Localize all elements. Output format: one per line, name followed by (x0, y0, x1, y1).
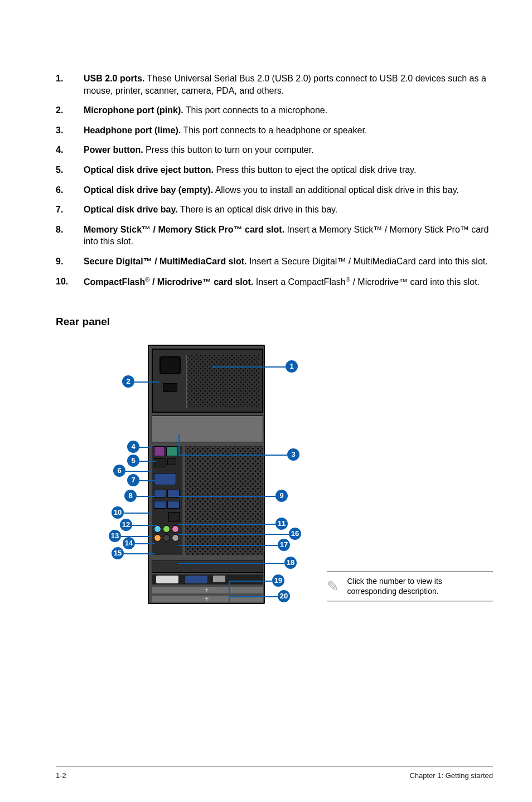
list-bold: Optical disk drive bay (empty). (84, 185, 213, 195)
leader-line (139, 480, 155, 481)
list-body: Memory Stick™ / Memory Stick Pro™ card s… (84, 224, 493, 248)
callout-bubble-8[interactable]: 8 (124, 490, 137, 502)
list-rest: There is an optical disk drive in this b… (178, 205, 338, 214)
pen-icon: ✎ (327, 578, 339, 595)
list-num: 6. (56, 184, 84, 196)
list-item: 6.Optical disk drive bay (empty). Allows… (56, 184, 493, 196)
callout-bubble-13[interactable]: 13 (109, 530, 121, 542)
leader-line (137, 496, 155, 497)
callout-bubble-1[interactable]: 1 (286, 360, 298, 373)
callout-bubble-2[interactable]: 2 (122, 375, 134, 388)
callout-bubble-14[interactable]: 14 (123, 537, 135, 549)
leader-line (124, 513, 152, 514)
psu-grille (186, 355, 259, 408)
list-body: Optical disk drive bay. There is an opti… (84, 204, 493, 216)
io-rail (152, 446, 182, 555)
power-inlet (159, 356, 181, 374)
audio-jack (154, 525, 161, 533)
callout-bubble-16[interactable]: 16 (289, 528, 301, 540)
list-body: Headphone port (lime). This port connect… (84, 124, 493, 137)
list-item: 8.Memory Stick™ / Memory Stick Pro™ card… (56, 224, 493, 248)
list-body: Power button. Press this button to turn … (84, 144, 493, 156)
list-rest: This port connects to a headphone or spe… (181, 125, 367, 135)
leader-line (178, 545, 278, 546)
list-num: 4. (56, 144, 84, 156)
list-num: 8. (56, 224, 84, 248)
list-num: 7. (56, 204, 84, 216)
callout-bubble-15[interactable]: 15 (112, 547, 124, 559)
leader-line (263, 434, 264, 455)
leader-line (229, 581, 272, 582)
note-text: Click the number to view its correspondi… (347, 576, 493, 596)
page: 1.USB 2.0 ports. These Universal Serial … (0, 0, 532, 802)
leader-line (178, 496, 275, 497)
list-bold: Memory Stick™ / Memory Stick Pro™ card s… (84, 225, 284, 234)
callout-bubble-19[interactable]: 19 (272, 574, 284, 587)
callout-bubble-5[interactable]: 5 (127, 455, 139, 467)
voltage-switch (163, 383, 177, 392)
list-body: Secure Digital™ / MultiMediaCard slot. I… (84, 255, 493, 268)
callout-bubble-17[interactable]: 17 (278, 539, 290, 551)
usb-port (167, 501, 180, 509)
list-rest: Press this button to turn on your comput… (143, 145, 314, 154)
audio-jack (163, 534, 170, 542)
ps2-keyboard-port (154, 446, 165, 456)
list-bold: Secure Digital™ / MultiMediaCard slot. (84, 257, 247, 266)
list-body: Microphone port (pink). This port connec… (84, 104, 493, 117)
leader-line (229, 596, 278, 597)
note-rule (327, 601, 493, 601)
callout-bubble-6[interactable]: 6 (113, 465, 125, 477)
list-item: 5.Optical disk drive eject button. Press… (56, 164, 493, 176)
leader-line (125, 471, 152, 472)
gpu-row (152, 574, 263, 584)
gpu-vga-port (185, 576, 207, 583)
callout-bubble-10[interactable]: 10 (112, 506, 124, 519)
list-bold: USB 2.0 ports. (84, 74, 144, 83)
rear-panel-heading: Rear panel (56, 316, 493, 328)
callout-bubble-7[interactable]: 7 (127, 474, 139, 486)
list-item: 2.Microphone port (pink). This port conn… (56, 104, 493, 117)
list-bold: Headphone port (lime). (84, 125, 181, 135)
gpu-hdmi-port (213, 576, 225, 582)
list-bold: Optical disk drive eject button. (84, 165, 214, 175)
dvi-port (154, 458, 166, 467)
footer-chapter: Chapter 1: Getting started (409, 771, 493, 780)
audio-jack (154, 534, 161, 542)
leader-line (178, 534, 289, 535)
usb-port (154, 490, 166, 497)
list-rest: This port connects to a microphone. (183, 105, 328, 115)
list-rest: Allows you to install an additional opti… (213, 185, 459, 195)
leader-line (134, 381, 159, 383)
callout-bubble-20[interactable]: 20 (278, 590, 290, 602)
callout-bubble-9[interactable]: 9 (275, 490, 288, 502)
list-body: USB 2.0 ports. These Universal Serial Bu… (84, 73, 493, 96)
rear-panel-figure: 1 2 3 4 5 6 7 8 9 10 11 12 13 14 15 16 1… (56, 345, 304, 624)
psu-frame (152, 349, 263, 413)
list-rest: Insert a Secure Digital™ / MultiMediaCar… (247, 257, 488, 266)
vga-port (154, 473, 176, 485)
hdmi-port (167, 458, 176, 465)
callout-bubble-18[interactable]: 18 (284, 557, 297, 569)
list-item: 7.Optical disk drive bay. There is an op… (56, 204, 493, 216)
audio-jack (172, 534, 179, 542)
callout-bubble-4[interactable]: 4 (127, 441, 139, 453)
list-bold: CompactFlash® / Microdrive™ card slot. (84, 277, 253, 287)
leader-line (229, 581, 230, 603)
tower-outline (148, 345, 265, 604)
leader-line (212, 366, 286, 368)
list-bold: Power button. (84, 145, 143, 154)
front-panel-list: 1.USB 2.0 ports. These Universal Serial … (56, 73, 493, 288)
list-rest: These Universal Serial Bus 2.0 (USB 2.0)… (84, 74, 486, 95)
callout-bubble-3[interactable]: 3 (287, 448, 299, 461)
figure-area: 1 2 3 4 5 6 7 8 9 10 11 12 13 14 15 16 1… (56, 345, 493, 624)
list-item: 9.Secure Digital™ / MultiMediaCard slot.… (56, 255, 493, 268)
list-num: 1. (56, 73, 84, 96)
list-body: Optical disk drive eject button. Press t… (84, 164, 493, 176)
list-num: 10. (56, 276, 84, 288)
callout-bubble-11[interactable]: 11 (275, 518, 288, 530)
list-num: 2. (56, 104, 84, 117)
list-body: Optical disk drive bay (empty). Allows y… (84, 184, 493, 196)
callout-bubble-12[interactable]: 12 (120, 519, 132, 531)
list-item: 1.USB 2.0 ports. These Universal Serial … (56, 73, 493, 96)
note-row: ✎ Click the number to view its correspon… (327, 572, 493, 601)
